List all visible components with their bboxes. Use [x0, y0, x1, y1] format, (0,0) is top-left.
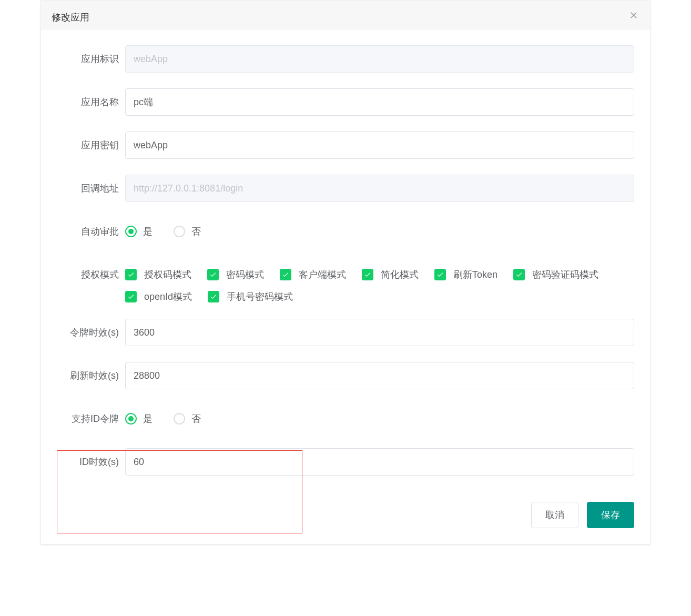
auto-approve-no[interactable]: 否 [174, 225, 201, 238]
radio-label-no: 否 [191, 412, 201, 425]
checkbox-label: openId模式 [144, 290, 192, 303]
checkbox-label: 手机号密码模式 [227, 290, 293, 303]
form-item-id-validity: ID时效(s) [57, 448, 634, 476]
grant-type-client[interactable]: 客户端模式 [280, 268, 346, 281]
dialog-title: 修改应用 [52, 12, 89, 23]
label-app-secret: 应用密钥 [57, 132, 125, 159]
check-icon [207, 269, 219, 280]
label-callback: 回调地址 [57, 175, 125, 202]
check-icon [362, 269, 373, 280]
radio-dot-icon [125, 413, 137, 425]
grant-type-mobile-pwd[interactable]: 手机号密码模式 [208, 290, 293, 303]
form-item-auto-approve: 自动审批 是 否 [57, 218, 634, 245]
support-id-yes[interactable]: 是 [125, 412, 153, 425]
checkbox-label: 密码验证码模式 [532, 268, 598, 281]
form-item-app-secret: 应用密钥 [57, 132, 634, 159]
check-icon [125, 269, 137, 280]
radio-label-yes: 是 [143, 412, 153, 425]
checkbox-label: 客户端模式 [299, 268, 346, 281]
checkbox-label: 密码模式 [226, 268, 264, 281]
form-item-support-id-token: 支持ID令牌 是 否 [57, 405, 634, 432]
form-item-token-validity: 令牌时效(s) [57, 319, 634, 346]
label-app-id: 应用标识 [57, 45, 125, 73]
auto-approve-radio-group: 是 否 [125, 218, 634, 245]
close-icon[interactable] [628, 10, 639, 22]
label-app-name: 应用名称 [57, 88, 125, 116]
grant-type-password[interactable]: 密码模式 [207, 268, 264, 281]
check-icon [434, 269, 446, 280]
form-item-refresh-validity: 刷新时效(s) [57, 362, 634, 389]
dialog-header: 修改应用 [41, 1, 650, 29]
token-validity-input[interactable] [125, 319, 634, 346]
radio-label-yes: 是 [143, 225, 153, 238]
cancel-button[interactable]: 取消 [531, 502, 578, 528]
check-icon [125, 291, 137, 302]
app-secret-input[interactable] [125, 132, 634, 159]
dialog-body: 应用标识 应用名称 应用密钥 回调地址 自动审批 [41, 29, 650, 497]
label-token-validity: 令牌时效(s) [57, 319, 125, 346]
label-support-id-token: 支持ID令牌 [57, 405, 125, 432]
callback-input [125, 175, 634, 202]
checkbox-label: 简化模式 [381, 268, 419, 281]
radio-circle-icon [174, 226, 185, 237]
app-name-input[interactable] [125, 88, 634, 116]
grant-type-pwd-captcha[interactable]: 密码验证码模式 [513, 268, 598, 281]
modify-app-dialog: 修改应用 应用标识 应用名称 应用密钥 回调地址 [40, 0, 651, 544]
check-icon [513, 269, 525, 280]
grant-type-authcode[interactable]: 授权码模式 [125, 268, 191, 281]
grant-type-implicit[interactable]: 简化模式 [362, 268, 419, 281]
form-item-callback: 回调地址 [57, 175, 634, 202]
grant-type-openid[interactable]: openId模式 [125, 290, 192, 303]
support-id-no[interactable]: 否 [174, 412, 201, 425]
check-icon [208, 291, 219, 302]
dialog-footer: 取消 保存 [41, 497, 650, 544]
checkbox-label: 刷新Token [453, 268, 497, 281]
label-refresh-validity: 刷新时效(s) [57, 362, 125, 389]
save-button[interactable]: 保存 [587, 502, 634, 528]
app-id-input [125, 45, 634, 73]
label-id-validity: ID时效(s) [57, 448, 125, 476]
radio-circle-icon [174, 413, 185, 425]
auto-approve-yes[interactable]: 是 [125, 225, 153, 238]
id-validity-input[interactable] [125, 448, 634, 476]
radio-dot-icon [125, 226, 137, 237]
form-item-app-id: 应用标识 [57, 45, 634, 73]
grant-type-refresh[interactable]: 刷新Token [434, 268, 497, 281]
form-item-app-name: 应用名称 [57, 88, 634, 116]
grant-types-group: 授权码模式 密码模式 客户端模式 简化模式 刷新Token 密码验证码模式 op… [125, 261, 634, 303]
form-item-grant-types: 授权模式 授权码模式 密码模式 客户端模式 简化模式 刷新Token 密码验证码… [57, 261, 634, 303]
check-icon [280, 269, 291, 280]
label-auto-approve: 自动审批 [57, 218, 125, 245]
support-id-token-radio-group: 是 否 [125, 405, 634, 432]
refresh-validity-input[interactable] [125, 362, 634, 389]
checkbox-label: 授权码模式 [144, 268, 191, 281]
radio-label-no: 否 [191, 225, 201, 238]
label-grant-types: 授权模式 [57, 261, 125, 288]
